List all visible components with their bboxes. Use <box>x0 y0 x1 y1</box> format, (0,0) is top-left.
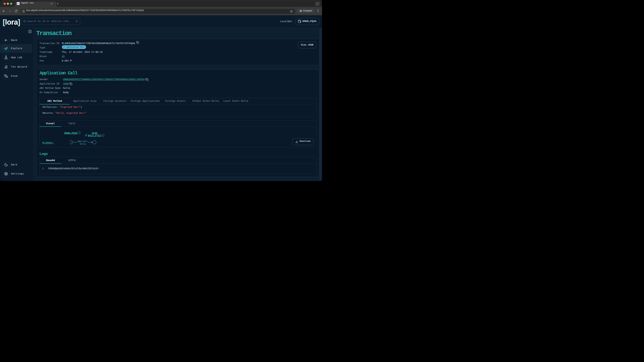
svg-text:1: 1 <box>70 141 72 143</box>
